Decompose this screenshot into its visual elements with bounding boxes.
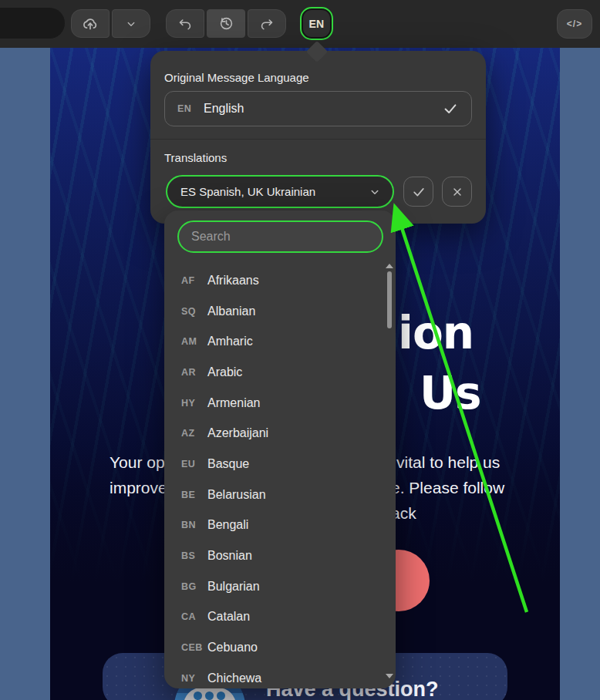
search-input[interactable] [177, 220, 383, 253]
original-language-label: Original Message Language [164, 71, 309, 84]
language-button-label: EN [303, 10, 330, 37]
language-option-code: CA [181, 611, 207, 622]
toolbar: EN </> [0, 0, 600, 48]
scrollbar-thumb[interactable] [387, 271, 392, 328]
language-option-code: AZ [181, 428, 207, 439]
language-option-name: Belarusian [207, 488, 266, 502]
chevron-down-icon [124, 17, 138, 31]
language-option-code: AR [181, 367, 207, 378]
popup-divider [150, 139, 486, 140]
language-option-code: BG [181, 581, 207, 592]
language-option-code: BS [181, 550, 207, 561]
language-list: AFAfrikaansSQAlbanianAMAmharicARArabicHY… [164, 265, 396, 688]
language-option[interactable]: CACatalan [164, 602, 396, 633]
language-option[interactable]: AMAmharic [164, 326, 396, 357]
language-option-name: Armenian [207, 396, 260, 410]
language-option[interactable]: BGBulgarian [164, 571, 396, 602]
language-option[interactable]: ARArabic [164, 357, 396, 388]
language-option[interactable]: BNBengali [164, 510, 396, 541]
redo-icon [258, 15, 275, 32]
language-option[interactable]: AFAfrikaans [164, 265, 396, 296]
window-pill-button[interactable] [0, 8, 65, 39]
language-option-name: Albanian [207, 305, 255, 318]
check-icon [411, 184, 426, 200]
code-view-button[interactable]: </> [557, 9, 592, 39]
upload-options-button[interactable] [112, 9, 150, 38]
language-option-code: EU [181, 459, 207, 469]
language-option[interactable]: AZAzerbaijani [164, 418, 396, 449]
cancel-translations-button[interactable] [442, 177, 472, 207]
language-option[interactable]: BSBosnian [164, 540, 396, 571]
cloud-upload-icon [81, 15, 99, 33]
language-option[interactable]: BEBelarusian [164, 480, 396, 510]
language-option-name: Chichewa [207, 671, 261, 685]
language-option[interactable]: EUBasque [164, 449, 396, 480]
language-dropdown-panel: AFAfrikaansSQAlbanianAMAmharicARArabicHY… [164, 210, 396, 688]
language-option-code: AF [181, 275, 207, 286]
language-option-name: Catalan [207, 610, 250, 624]
translations-label: Translations [164, 151, 227, 164]
language-option-name: Bosnian [207, 549, 252, 563]
language-option-code: CEB [181, 642, 207, 653]
language-option-name: Bulgarian [207, 580, 260, 594]
upload-button[interactable] [71, 9, 110, 38]
heading-fragment: Us [420, 367, 481, 419]
language-option[interactable]: CEBCebuano [164, 632, 396, 663]
language-option-name: Azerbaijani [207, 426, 268, 440]
translations-select[interactable]: ES Spanish, UK Ukrainian [166, 175, 394, 208]
language-option[interactable]: SQAlbanian [164, 296, 396, 327]
left-gutter [0, 48, 50, 700]
language-option-code: SQ [181, 306, 207, 317]
paragraph-fragment: vital to help us [396, 453, 500, 472]
chevron-down-icon [368, 185, 382, 199]
scrollbar-up-arrow[interactable] [386, 264, 393, 268]
language-option-name: Arabic [207, 365, 242, 379]
undo-icon [177, 15, 194, 32]
selected-check-icon [442, 100, 459, 117]
language-option-code: BN [181, 520, 207, 530]
language-option-name: Afrikaans [207, 274, 259, 288]
language-option[interactable]: NYChichewa [164, 663, 396, 688]
paragraph-fragment: improve [110, 479, 167, 497]
language-option-code: HY [181, 398, 207, 409]
code-icon: </> [567, 19, 582, 29]
redo-button[interactable] [248, 9, 286, 38]
original-language-row[interactable]: EN English [164, 91, 472, 126]
history-icon [217, 15, 235, 32]
undo-button[interactable] [166, 9, 204, 38]
scrollbar-down-arrow[interactable] [386, 674, 393, 678]
language-option-name: Bengali [207, 518, 248, 532]
language-popup: Original Message Language EN English Tra… [150, 51, 486, 224]
language-option[interactable]: HYArmenian [164, 388, 396, 419]
app-root: ion Us Your opi improve vital to help us… [0, 0, 600, 700]
language-option-name: Basque [207, 457, 249, 471]
confirm-translations-button[interactable] [403, 177, 433, 207]
translations-value: ES Spanish, UK Ukrainian [180, 185, 315, 198]
right-gutter [560, 48, 600, 700]
language-option-code: NY [181, 673, 207, 684]
history-button[interactable] [207, 9, 245, 38]
paragraph-fragment: e. Please follow [391, 479, 504, 497]
close-icon [451, 186, 463, 198]
paragraph-fragment: Your opi [110, 453, 168, 472]
chat-dots [184, 688, 236, 700]
language-button[interactable]: EN [300, 7, 333, 40]
language-option-code: BE [181, 490, 207, 500]
language-option-code: AM [181, 336, 207, 347]
language-option-name: Amharic [207, 335, 253, 348]
original-language-name: English [204, 102, 244, 116]
heading-fragment: ion [398, 307, 474, 359]
language-option-name: Cebuano [207, 641, 258, 655]
original-language-code: EN [177, 103, 204, 114]
